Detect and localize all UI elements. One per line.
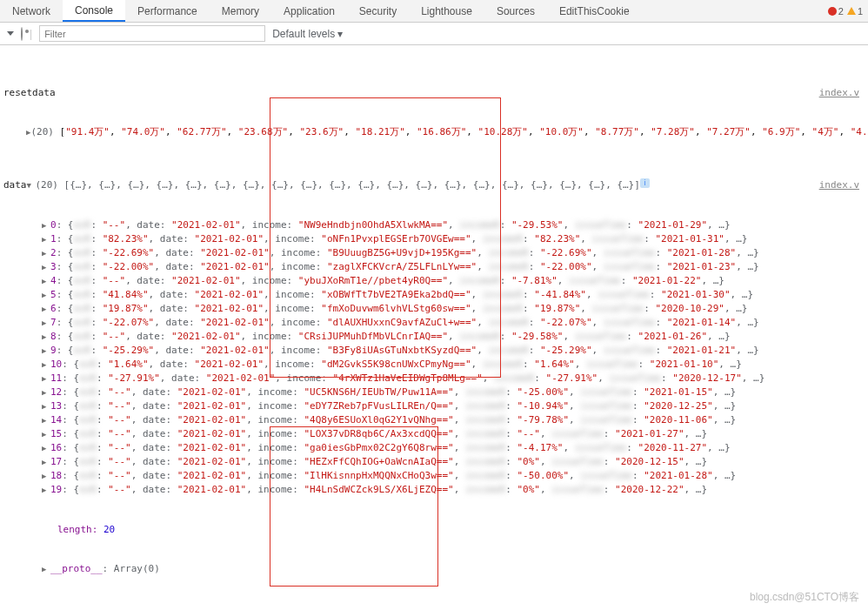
tab-lighthouse[interactable]: Lighthouse <box>409 0 484 22</box>
tab-editthiscookie[interactable]: EditThisCookie <box>547 0 642 22</box>
array-item[interactable]: 4: {evR: "--", date: "2021-02-01", incom… <box>3 274 865 288</box>
console-filter-bar: | Default levels ▾ <box>0 23 868 45</box>
array-item[interactable]: 14: {evR: "--", date: "2021-02-01", inco… <box>3 413 865 427</box>
watermark: blog.csdn@51CTO博客 <box>750 590 859 605</box>
error-count[interactable]: 2 <box>828 6 844 17</box>
array-item[interactable]: 3: {evR: "-22.00%", date: "2021-02-01", … <box>3 260 865 274</box>
reset-array[interactable]: (20) ["91.4万", "74.0万", "62.77万", "23.68… <box>3 125 865 139</box>
devtools-tabs: NetworkConsolePerformanceMemoryApplicati… <box>0 0 868 23</box>
console-output: resetdataindex.v (20) ["91.4万", "74.0万",… <box>0 45 868 610</box>
array-item[interactable]: 11: {evR: "-27.91%", date: "2021-02-01",… <box>3 372 865 385</box>
log-resetdata: resetdata <box>3 86 56 99</box>
tab-performance[interactable]: Performance <box>125 0 210 22</box>
tab-sources[interactable]: Sources <box>484 0 547 22</box>
array-item[interactable]: 5: {evR: "41.84%", date: "2021-02-01", i… <box>3 288 865 302</box>
levels-dropdown[interactable]: Default levels ▾ <box>272 28 343 40</box>
tab-application[interactable]: Application <box>271 0 347 22</box>
array-item[interactable]: 17: {evR: "--", date: "2021-02-01", inco… <box>3 455 865 469</box>
array-item[interactable]: 7: {evR: "-22.07%", date: "2021-02-01", … <box>3 316 865 330</box>
array-item[interactable]: 0: {evR: "--", date: "2021-02-01", incom… <box>3 218 865 232</box>
array-item[interactable]: 16: {evR: "--", date: "2021-02-01", inco… <box>3 441 865 455</box>
array-item[interactable]: 8: {evR: "--", date: "2021-02-01", incom… <box>3 330 865 344</box>
array-item[interactable]: 15: {evR: "--", date: "2021-02-01", inco… <box>3 427 865 441</box>
info-icon[interactable]: i <box>640 178 650 188</box>
sidebar-toggle-icon[interactable] <box>7 31 14 36</box>
array-item[interactable]: 19: {evR: "--", date: "2021-02-01", inco… <box>3 483 865 497</box>
tab-network[interactable]: Network <box>0 0 63 22</box>
array-item[interactable]: 10: {evR: "1.64%", date: "2021-02-01", i… <box>3 358 865 372</box>
array-item[interactable]: 6: {evR: "19.87%", date: "2021-02-01", i… <box>3 302 865 316</box>
array-item[interactable]: 2: {evR: "-22.69%", date: "2021-02-01", … <box>3 246 865 260</box>
eye-icon[interactable] <box>21 28 23 40</box>
source-link[interactable]: index.v <box>819 86 859 99</box>
array-item[interactable]: 18: {evR: "--", date: "2021-02-01", inco… <box>3 469 865 483</box>
tab-security[interactable]: Security <box>347 0 409 22</box>
array-item[interactable]: 12: {evR: "--", date: "2021-02-01", inco… <box>3 385 865 399</box>
data-header[interactable]: data (20) [{…}, {…}, {…}, {…}, {…}, {…},… <box>3 178 865 192</box>
warning-count[interactable]: 1 <box>847 6 863 17</box>
tab-memory[interactable]: Memory <box>210 0 271 22</box>
array-item[interactable]: 13: {evR: "--", date: "2021-02-01", inco… <box>3 399 865 413</box>
tab-console[interactable]: Console <box>63 0 125 22</box>
filter-input[interactable] <box>39 25 265 42</box>
source-link[interactable]: index.v <box>819 178 859 191</box>
array-item[interactable]: 1: {evR: "82.23%", date: "2021-02-01", i… <box>3 232 865 246</box>
array-item[interactable]: 9: {evR: "-25.29%", date: "2021-02-01", … <box>3 344 865 358</box>
